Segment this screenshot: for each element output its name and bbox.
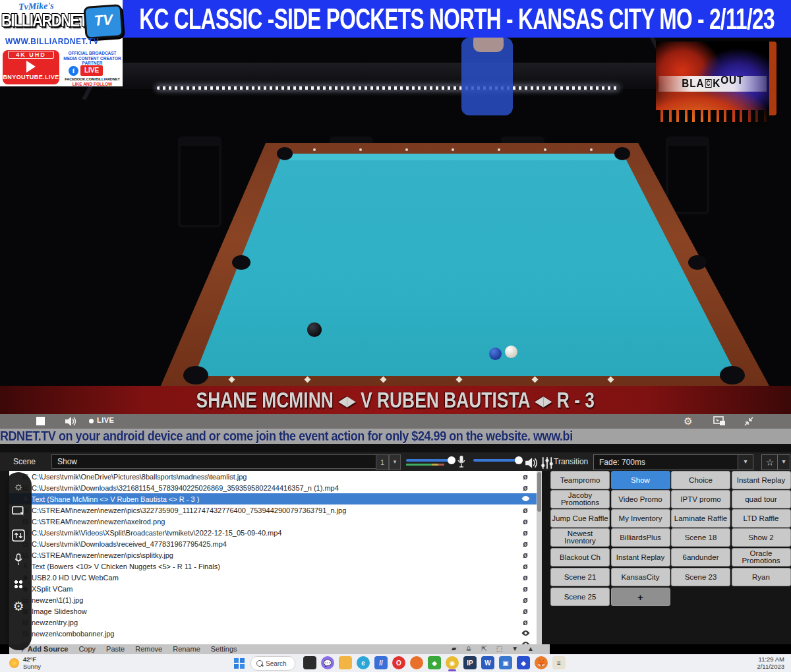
- scene-number-box[interactable]: 1: [376, 454, 389, 470]
- scene-button-6andunder[interactable]: 6andunder: [671, 548, 730, 566]
- scene-button-quad-tour[interactable]: quad tour: [732, 490, 791, 508]
- collapse-icon[interactable]: [744, 416, 754, 427]
- scene-button-choice[interactable]: Choice: [671, 471, 730, 489]
- scene-button-newest-inventory[interactable]: Newest Inventory: [550, 528, 610, 547]
- sharex-icon[interactable]: ◆: [428, 656, 441, 669]
- swap-arrows-icon[interactable]: [12, 529, 25, 542]
- paste-action[interactable]: Paste: [106, 644, 125, 654]
- microphone-icon[interactable]: [455, 455, 468, 468]
- chrome-icon[interactable]: ◉: [446, 656, 459, 669]
- projector-icon[interactable]: [713, 416, 726, 427]
- volume-icon[interactable]: [65, 416, 76, 427]
- scene-button-instant-replay[interactable]: Instant Replay: [611, 548, 670, 566]
- source-list-scrollbar-thumb[interactable]: [537, 472, 541, 512]
- source-row[interactable]: ▤C:\STREAM\newzen\newzen\pics\322735909_…: [9, 504, 537, 516]
- scene-button-scene-25[interactable]: Scene 25: [550, 588, 610, 606]
- visibility-hidden-icon[interactable]: ø: [521, 517, 530, 526]
- source-row[interactable]: ▤newzen\combobanner.jpg: [9, 628, 537, 639]
- publisher-icon[interactable]: ▣: [499, 656, 512, 669]
- scene-button-billiardsplus[interactable]: BilliardsPlus: [611, 528, 670, 547]
- scene-name-input[interactable]: Show: [51, 454, 381, 469]
- source-row[interactable]: ▤C:\Users\tvmik\Downloads\received_47783…: [9, 538, 537, 549]
- visibility-eye-icon[interactable]: [521, 495, 530, 504]
- visibility-hidden-icon[interactable]: ø: [521, 573, 530, 582]
- remove-action[interactable]: Remove: [135, 644, 162, 654]
- microphone-tool-icon[interactable]: [12, 553, 25, 566]
- audio-mixer-icon[interactable]: [541, 456, 554, 470]
- scene-button-teampromo[interactable]: Teampromo: [550, 471, 610, 489]
- edge-icon[interactable]: e: [357, 656, 370, 669]
- add-scene-button[interactable]: +: [611, 588, 670, 606]
- scene-button-ltd-raffle[interactable]: LTD Raffle: [732, 509, 791, 528]
- file-explorer-icon[interactable]: [339, 656, 352, 669]
- source-row[interactable]: ▤C:\Users\tvmik\Downloads\321681154_5783…: [9, 482, 537, 493]
- rename-action[interactable]: Rename: [173, 644, 200, 654]
- transition-dropdown[interactable]: Fade: 700ms: [593, 454, 749, 470]
- firefox-icon[interactable]: 🦊: [535, 656, 548, 669]
- scene-button-instant-replay[interactable]: Instant Replay: [732, 471, 791, 489]
- selection-box-icon[interactable]: ⬚: [496, 644, 502, 654]
- transition-favorite-button[interactable]: ☆: [761, 454, 778, 470]
- snipping-tool-icon[interactable]: [303, 656, 316, 669]
- scene-button-blackout-ch[interactable]: Blackout Ch: [550, 548, 610, 566]
- stop-button[interactable]: [36, 417, 45, 425]
- start-button[interactable]: [234, 658, 245, 669]
- visibility-hidden-icon[interactable]: ø: [521, 562, 530, 571]
- taskbar-clock[interactable]: 11:29 AM 2/11/2023: [757, 656, 784, 670]
- brightness-icon[interactable]: ☼: [12, 480, 25, 493]
- mic-volume-slider[interactable]: [406, 459, 452, 462]
- settings-action[interactable]: Settings: [211, 644, 237, 654]
- scene-button-laminate-raffle[interactable]: Laminate Raffle: [671, 509, 730, 528]
- visibility-hidden-icon[interactable]: ø: [521, 618, 530, 627]
- ip-tool-icon[interactable]: IP: [463, 656, 477, 669]
- resize-icon[interactable]: ⇱: [481, 644, 486, 654]
- source-row[interactable]: ▤C:\STREAM\newzen\newzen\pics\splitky.jp…: [9, 549, 537, 561]
- visual-studio-icon[interactable]: //: [374, 656, 388, 669]
- visibility-hidden-icon[interactable]: ø: [521, 528, 530, 537]
- source-row[interactable]: ▤C:\Users\tvmik\OneDrive\Pictures\8balls…: [9, 471, 537, 482]
- visibility-hidden-icon[interactable]: ø: [521, 472, 530, 481]
- transition-more-icon[interactable]: ▾: [777, 454, 790, 470]
- source-row[interactable]: ▤: [9, 639, 537, 644]
- visibility-hidden-icon[interactable]: ø: [521, 596, 530, 605]
- brave-icon[interactable]: [410, 656, 423, 669]
- source-row[interactable]: ▤newzen\try.jpgø: [9, 617, 537, 628]
- settings-gear-icon[interactable]: ⚙: [12, 600, 25, 613]
- visibility-hidden-icon[interactable]: ø: [521, 551, 530, 560]
- visibility-hidden-icon[interactable]: ø: [521, 584, 530, 594]
- scene-button-scene-23[interactable]: Scene 23: [671, 568, 730, 586]
- transition-dropdown-icon[interactable]: ▾: [738, 454, 753, 470]
- visibility-eye-icon[interactable]: [521, 629, 530, 638]
- stream-settings-gear-icon[interactable]: ⚙: [682, 415, 694, 427]
- visibility-hidden-icon[interactable]: ø: [521, 483, 530, 493]
- move-down-icon[interactable]: ▼: [512, 644, 518, 654]
- scene-button-my-inventory[interactable]: My Inventory: [611, 509, 670, 528]
- scene-button-oracle-promotions[interactable]: Oracle Promotions: [732, 548, 791, 566]
- opera-icon[interactable]: O: [392, 656, 405, 669]
- scene-button-scene-18[interactable]: Scene 18: [671, 528, 730, 547]
- apps-grid-icon[interactable]: [14, 580, 23, 589]
- source-row[interactable]: ▦Image Slideshowø: [9, 605, 537, 617]
- source-row[interactable]: AText (Shane McMinn <> V Ruben Bautista …: [9, 493, 537, 504]
- taskbar-search[interactable]: Search: [250, 656, 295, 671]
- folder-icon[interactable]: ▰: [452, 644, 457, 654]
- scene-button-show[interactable]: Show: [611, 471, 670, 489]
- source-row[interactable]: ▤C:\Users\tvmik\Videos\XSplit\Broadcaste…: [9, 527, 537, 538]
- source-row[interactable]: AText (Bowers <10> V Chicken Nuggets <5>…: [9, 561, 537, 572]
- scene-button-ryan[interactable]: Ryan: [732, 568, 791, 586]
- word-icon[interactable]: W: [481, 656, 494, 669]
- scene-button-jump-cue-raffle[interactable]: Jump Cue Raffle: [550, 509, 610, 528]
- screen-share-icon[interactable]: [12, 504, 25, 518]
- copy-action[interactable]: Copy: [78, 644, 96, 654]
- source-row[interactable]: ◉XSplit VCamø: [9, 583, 537, 594]
- scene-button-jacoby-promotions[interactable]: Jacoby Promotions: [550, 490, 610, 508]
- scene-button-iptv-promo[interactable]: IPTV promo: [671, 490, 730, 508]
- visibility-hidden-icon[interactable]: ø: [521, 539, 530, 549]
- scene-button-show-2[interactable]: Show 2: [732, 528, 791, 547]
- source-row[interactable]: ◉USB2.0 HD UVC WebCamø: [9, 572, 537, 583]
- scene-number-dropdown-icon[interactable]: ▾: [389, 454, 401, 470]
- visibility-hidden-icon[interactable]: ø: [521, 506, 530, 515]
- notepad-icon[interactable]: ≡: [552, 656, 566, 669]
- scene-button-kansascity[interactable]: KansasCity: [611, 568, 670, 586]
- messenger-icon[interactable]: 💬: [321, 656, 334, 669]
